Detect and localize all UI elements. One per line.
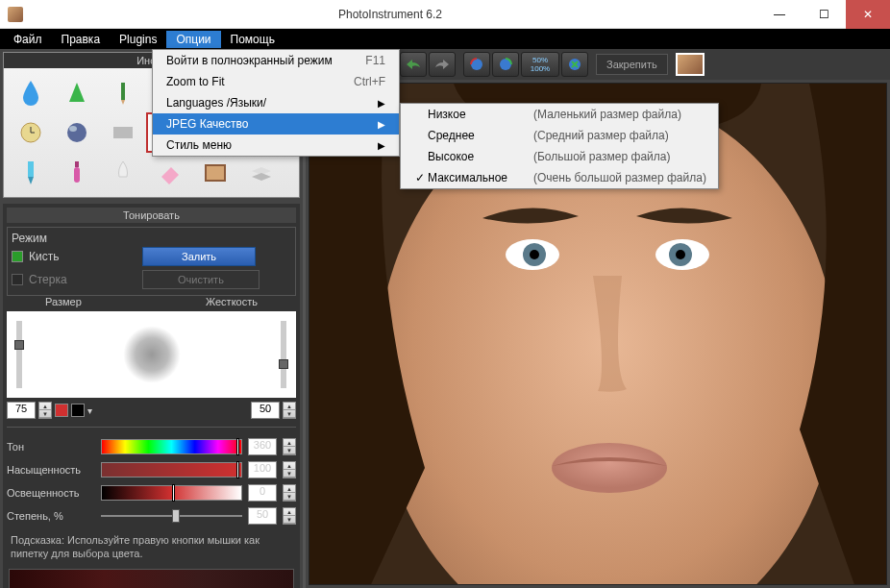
fill-button[interactable]: Залить	[142, 247, 256, 266]
tool-marker[interactable]	[8, 153, 54, 193]
tool-eraser[interactable]	[146, 153, 192, 193]
tone-panel: Тонировать Режим Кисть Залить Стерка Очи…	[3, 204, 300, 588]
color-preview-strip	[9, 569, 294, 588]
main-menubar: Файл Правка Plugins Опции Помощь	[0, 29, 890, 49]
quality-submenu: Низкое (Маленький размер файла) Среднее …	[400, 103, 719, 189]
rotate-right-button[interactable]	[492, 52, 519, 77]
size-spinner[interactable]: ▲▼	[38, 402, 52, 419]
sat-label: Насыщенность	[7, 464, 95, 476]
tone-header: Тонировать	[7, 208, 296, 223]
hardness-slider[interactable]	[281, 321, 286, 388]
app-icon	[8, 7, 23, 22]
chevron-down-icon[interactable]: ▾	[87, 405, 92, 416]
minimize-button[interactable]: —	[757, 0, 802, 29]
quality-max[interactable]: ✓ Максимальное (Очень большой размер фай…	[401, 167, 718, 188]
hue-slider[interactable]	[101, 439, 242, 454]
svg-point-5	[67, 123, 87, 142]
close-button[interactable]: ✕	[846, 0, 890, 29]
window-controls: — ☐ ✕	[757, 0, 890, 29]
zoom-100: 100%	[531, 64, 550, 73]
menu-edit[interactable]: Правка	[52, 31, 111, 48]
quality-high[interactable]: Высокое (Большой размер файла)	[401, 146, 718, 167]
menu-style[interactable]: Стиль меню ▶	[153, 135, 399, 156]
svg-rect-0	[121, 83, 125, 100]
tool-pencil[interactable]	[100, 72, 146, 112]
quality-low[interactable]: Низкое (Маленький размер файла)	[401, 104, 718, 125]
zoom-control[interactable]: 50% 100%	[521, 52, 559, 77]
brush-shape-icon	[123, 326, 181, 383]
eraser-label: Стерка	[29, 273, 67, 286]
submenu-arrow-icon: ▶	[378, 119, 385, 130]
clear-button[interactable]: Очистить	[142, 270, 260, 289]
tool-droplet[interactable]	[8, 72, 54, 112]
tool-bottle[interactable]	[54, 153, 100, 193]
bg-color[interactable]	[71, 404, 85, 417]
menu-languages[interactable]: Languages /Языки/ ▶	[153, 92, 399, 113]
submenu-arrow-icon: ▶	[378, 98, 385, 109]
tool-frame[interactable]	[192, 153, 238, 193]
tool-cone[interactable]	[54, 72, 100, 112]
svg-rect-7	[113, 127, 133, 138]
tool-blur[interactable]	[100, 112, 146, 153]
eraser-checkbox[interactable]	[12, 274, 23, 285]
brush-preview	[7, 311, 296, 398]
hardness-value[interactable]: 50	[251, 402, 280, 419]
redo-button[interactable]	[429, 52, 456, 77]
fg-color[interactable]	[55, 404, 68, 417]
light-label: Освещенность	[7, 487, 95, 499]
maximize-button[interactable]: ☐	[802, 0, 846, 29]
brush-label: Кисть	[29, 250, 59, 263]
tool-bulb[interactable]	[100, 153, 146, 193]
hue-value[interactable]: 360	[248, 438, 277, 455]
hue-label: Тон	[7, 441, 95, 453]
size-slider[interactable]	[16, 321, 22, 388]
tool-sphere[interactable]	[54, 112, 100, 153]
size-value[interactable]: 75	[7, 402, 36, 419]
svg-point-25	[676, 250, 685, 259]
degree-label: Степень, %	[7, 510, 95, 522]
menu-fullscreen[interactable]: Войти в полноэкранный режим F11	[153, 50, 399, 71]
light-slider[interactable]	[101, 485, 242, 501]
hue-spinner[interactable]: ▲▼	[283, 438, 296, 455]
sat-value[interactable]: 100	[248, 461, 277, 478]
svg-rect-14	[206, 165, 225, 181]
pin-button[interactable]: Закрепить	[596, 54, 668, 75]
submenu-arrow-icon: ▶	[378, 140, 385, 151]
degree-spinner[interactable]: ▲▼	[283, 507, 296, 525]
window-title: PhotoInstrument 6.2	[23, 8, 757, 21]
tool-clock[interactable]	[8, 112, 54, 153]
sat-slider[interactable]	[101, 462, 242, 478]
rotate-left-button[interactable]	[463, 52, 490, 77]
light-value[interactable]: 0	[248, 484, 277, 502]
svg-point-22	[530, 250, 539, 259]
mode-section: Режим Кисть Залить Стерка Очистить	[7, 227, 296, 296]
window-titlebar: PhotoInstrument 6.2 — ☐ ✕	[0, 0, 890, 29]
svg-rect-11	[28, 161, 34, 177]
light-spinner[interactable]: ▲▼	[283, 484, 296, 502]
svg-rect-12	[74, 167, 80, 183]
menu-zoom-to-fit[interactable]: Zoom to Fit Ctrl+F	[153, 71, 399, 92]
zoom-fit-button[interactable]	[561, 52, 588, 77]
degree-value[interactable]: 50	[248, 507, 277, 525]
image-thumbnail[interactable]	[676, 53, 705, 76]
menu-file[interactable]: Файл	[4, 31, 52, 48]
mode-label: Режим	[12, 232, 291, 245]
size-label: Размер	[45, 296, 82, 307]
tool-layers[interactable]	[238, 153, 284, 193]
zoom-50: 50%	[532, 56, 548, 64]
svg-rect-13	[75, 161, 79, 167]
check-icon: ✓	[412, 171, 428, 184]
menu-jpeg-quality[interactable]: JPEG Качество ▶	[153, 113, 399, 135]
quality-medium[interactable]: Среднее (Средний размер файла)	[401, 125, 718, 146]
undo-button[interactable]	[400, 52, 427, 77]
sat-spinner[interactable]: ▲▼	[283, 461, 296, 478]
hardness-label: Жесткость	[206, 296, 258, 307]
svg-point-6	[69, 126, 77, 132]
menu-help[interactable]: Помощь	[221, 31, 284, 48]
hint-text: Подсказка: Используйте правую кнопки мыш…	[7, 527, 296, 567]
menu-options[interactable]: Опции	[166, 31, 220, 48]
hardness-spinner[interactable]: ▲▼	[283, 402, 296, 419]
brush-checkbox[interactable]	[12, 251, 23, 262]
menu-plugins[interactable]: Plugins	[110, 31, 166, 48]
degree-slider[interactable]	[101, 508, 242, 524]
